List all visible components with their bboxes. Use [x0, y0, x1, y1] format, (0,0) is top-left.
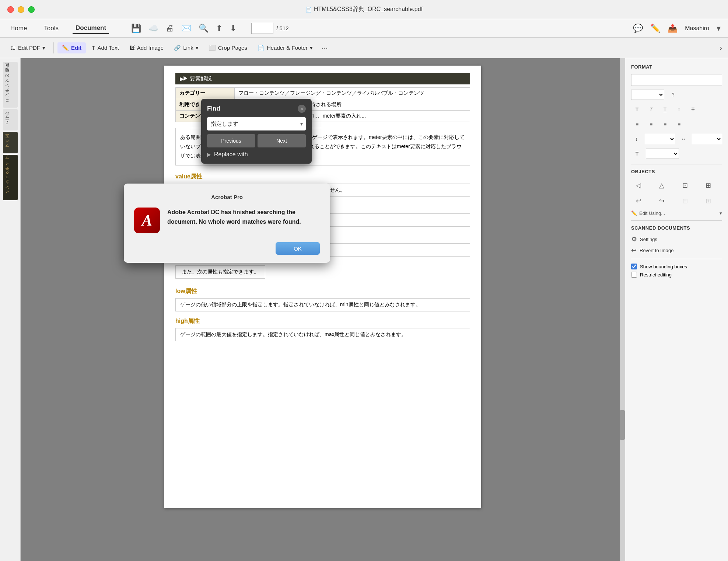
add-text-icon: T: [92, 45, 95, 51]
close-button[interactable]: [7, 6, 14, 13]
traffic-lights: [7, 6, 35, 13]
align-left-icon[interactable]: ≡: [631, 118, 643, 130]
align-right-icon[interactable]: ≡: [659, 118, 671, 130]
minimize-button[interactable]: [18, 6, 24, 13]
print-icon[interactable]: 🖨: [166, 24, 174, 33]
menu-tools[interactable]: Tools: [41, 23, 62, 34]
edit-pdf-button[interactable]: 🗂 Edit PDF ▾: [6, 42, 50, 53]
font-color-icon[interactable]: T: [631, 148, 643, 160]
find-previous-button[interactable]: Previous: [207, 134, 255, 147]
settings-item[interactable]: ⚙ Settings: [631, 235, 722, 243]
sidebar-tab-interactive[interactable]: インタラクティブ: [3, 155, 18, 200]
share-icon[interactable]: 📤: [668, 24, 678, 33]
scroll-down-icon[interactable]: ⬇: [230, 24, 237, 33]
edit-pdf-chevron-icon: ▾: [42, 45, 45, 51]
sidebar-tab-form[interactable]: フォーム: [3, 132, 18, 153]
find-title: Find: [207, 105, 220, 112]
restrict-editing-label: Restrict editing: [640, 272, 672, 278]
help-icon[interactable]: ?: [667, 89, 679, 101]
email-icon[interactable]: ✉️: [181, 24, 191, 33]
superscript-icon[interactable]: T: [673, 104, 685, 115]
header-footer-icon: 📄: [258, 45, 265, 51]
link-button[interactable]: 🔗 Link ▾: [169, 42, 203, 53]
align-justify-icon[interactable]: ≡: [673, 118, 685, 130]
alert-dialog-footer: OK: [134, 242, 320, 255]
align-center-icon[interactable]: ≡: [645, 118, 657, 130]
settings-gear-icon: ⚙: [631, 235, 637, 243]
strikethrough-icon[interactable]: T: [687, 104, 699, 115]
link-chevron-icon: ▾: [196, 45, 199, 51]
sidebar-tab-contents[interactable]: コンテンツの埋め込み: [3, 62, 18, 108]
format-section-title: FORMAT: [631, 64, 722, 70]
redo-icon[interactable]: ↪: [654, 194, 669, 208]
edit-toolbar: 🗂 Edit PDF ▾ ✏️ Edit T Add Text 🖼 Add Im…: [0, 38, 728, 58]
title-bar: 📄 HTML5&CSS3辞典_ORC_searchable.pdf: [0, 0, 728, 19]
distribute-icon: ⊞: [701, 194, 716, 208]
panel-divider-1: [631, 164, 722, 164]
align-icon: ⊟: [678, 194, 693, 208]
page-number-input[interactable]: 258: [251, 23, 273, 34]
edit-using-icon: ✏️: [631, 210, 637, 216]
comment-icon[interactable]: 💬: [633, 24, 643, 33]
table-cell-label: カテゴリー: [176, 88, 235, 99]
font-family-dropdown[interactable]: [631, 74, 722, 86]
scrollbar[interactable]: [620, 58, 625, 561]
crop-pages-button[interactable]: ⬜ Crop Pages: [204, 42, 252, 53]
window-title: 📄 HTML5&CSS3辞典_ORC_searchable.pdf: [305, 6, 423, 13]
scroll-up-icon[interactable]: ⬆: [216, 24, 223, 33]
pen-icon[interactable]: ✏️: [650, 24, 660, 33]
indent-icon[interactable]: ↔: [678, 133, 689, 145]
font-color-dropdown[interactable]: [646, 149, 679, 159]
underline-icon[interactable]: T: [659, 104, 671, 115]
search-icon[interactable]: 🔍: [199, 24, 209, 33]
scrollbar-thumb[interactable]: [620, 410, 625, 440]
menu-bar: Home Tools Document 💾 ☁️ 🖨 ✉️ 🔍 ⬆ ⬇ 258 …: [0, 19, 728, 38]
find-search-input[interactable]: [207, 117, 306, 130]
revert-icon: ↩: [631, 246, 637, 254]
expand-panel-icon[interactable]: ›: [720, 43, 722, 52]
find-replace-label: Replace with: [214, 151, 248, 158]
find-next-button[interactable]: Next: [258, 134, 306, 147]
add-text-button[interactable]: T Add Text: [87, 42, 123, 53]
undo-icon[interactable]: ↩: [631, 194, 646, 208]
high-attr-heading: high属性: [175, 317, 470, 325]
maximize-button[interactable]: [28, 6, 35, 13]
edit-button[interactable]: ✏️ Edit: [57, 42, 86, 53]
find-input-dropdown-icon[interactable]: ▾: [300, 121, 303, 127]
user-name[interactable]: Masahiro: [685, 25, 709, 32]
pdf-icon: 📄: [305, 7, 312, 13]
menu-document[interactable]: Document: [73, 23, 109, 34]
header-footer-button[interactable]: 📄 Header & Footer ▾: [253, 42, 317, 53]
edit-pdf-icon: 🗂: [10, 45, 16, 51]
font-size-dropdown[interactable]: [631, 90, 664, 100]
alert-ok-button[interactable]: OK: [276, 242, 320, 255]
edit-using-chevron-icon[interactable]: ▾: [720, 210, 722, 216]
save-icon[interactable]: 💾: [131, 24, 141, 33]
find-close-button[interactable]: ×: [298, 105, 306, 113]
upload-icon[interactable]: ☁️: [148, 24, 158, 33]
show-bounding-checkbox[interactable]: [631, 264, 637, 269]
left-sidebar: コンテンツの埋め込み テーブル フォーム インタラクティブ: [0, 58, 21, 561]
section-header: ▶ ▶ 要素解説: [175, 73, 470, 84]
triangle-icon[interactable]: △: [654, 179, 669, 192]
italic-icon[interactable]: T: [645, 104, 657, 115]
line-spacing-dropdown[interactable]: [645, 134, 675, 144]
crop-icon: ⬜: [209, 45, 216, 51]
crop-icon[interactable]: ⊡: [678, 179, 693, 192]
arrow-left-icon[interactable]: ◁: [631, 179, 646, 192]
add-image-button[interactable]: 🖼 Add Image: [125, 42, 168, 53]
restrict-editing-row: Restrict editing: [631, 272, 722, 278]
more-tools-icon[interactable]: ···: [319, 42, 331, 53]
find-replace-row[interactable]: ▶ Replace with: [207, 151, 306, 158]
menu-home[interactable]: Home: [7, 23, 30, 34]
revert-item[interactable]: ↩ Revert to Image: [631, 246, 722, 254]
edit-using-label: Edit Using...: [639, 210, 665, 216]
group-icon[interactable]: ⊞: [701, 179, 716, 192]
value-attr-heading: value属性: [175, 173, 470, 181]
user-chevron-icon[interactable]: ▾: [717, 24, 721, 33]
bold-icon[interactable]: T: [631, 104, 643, 115]
indent-dropdown[interactable]: [692, 134, 722, 144]
line-spacing-icon[interactable]: ↕: [631, 133, 642, 145]
sidebar-tab-table[interactable]: テーブル: [3, 109, 18, 130]
restrict-editing-checkbox[interactable]: [631, 272, 637, 278]
